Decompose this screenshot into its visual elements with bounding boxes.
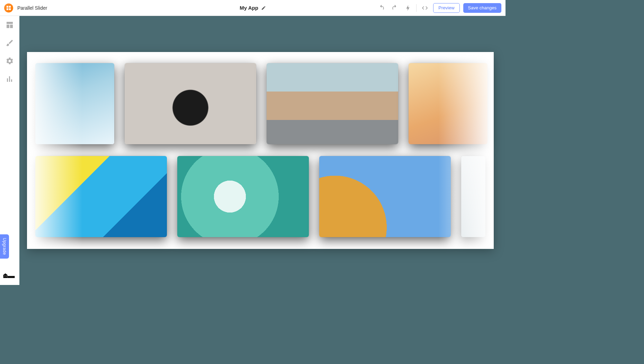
parallel-slider-widget[interactable] [27,52,494,249]
slide-holi[interactable] [35,156,167,237]
svg-rect-1 [9,6,11,7]
upgrade-tab[interactable]: Upgrade [0,234,9,259]
svg-rect-0 [7,6,8,7]
grid-icon [6,6,11,10]
preview-button[interactable]: Preview [433,3,459,13]
undo-button[interactable] [377,3,386,13]
layout-icon[interactable] [6,21,14,29]
topbar-actions: Preview Save changes [377,3,501,13]
page-title: Parallel Slider [17,5,47,11]
slide-carousel[interactable] [319,156,451,237]
app-name: My App [240,5,258,11]
svg-rect-2 [7,8,8,10]
build-button[interactable] [403,3,413,13]
settings-icon[interactable] [6,57,14,65]
slide-swing[interactable] [35,63,114,144]
analytics-icon[interactable] [6,75,14,83]
svg-marker-4 [3,274,8,278]
topbar: Parallel Slider My App Preview Save chan… [0,0,506,16]
edit-icon [261,6,266,10]
divider [416,4,417,12]
svg-point-6 [5,276,5,276]
save-button[interactable]: Save changes [463,3,501,13]
slide-car[interactable] [267,63,398,144]
code-button[interactable] [420,3,430,13]
app-name-container[interactable]: My App [240,5,266,11]
slider-row-1 [27,63,494,144]
svg-rect-5 [8,276,15,278]
svg-rect-3 [9,8,11,10]
svg-point-7 [6,276,7,276]
design-icon[interactable] [6,39,14,47]
slide-surf[interactable] [177,156,309,237]
redo-button[interactable] [390,3,400,13]
app-logo[interactable] [4,3,13,12]
slide-beach[interactable] [461,156,485,237]
slide-dog[interactable] [125,63,256,144]
slider-row-2 [27,156,494,237]
slide-friends[interactable] [409,63,488,144]
mascot-icon[interactable] [3,271,15,279]
canvas[interactable] [19,16,506,285]
